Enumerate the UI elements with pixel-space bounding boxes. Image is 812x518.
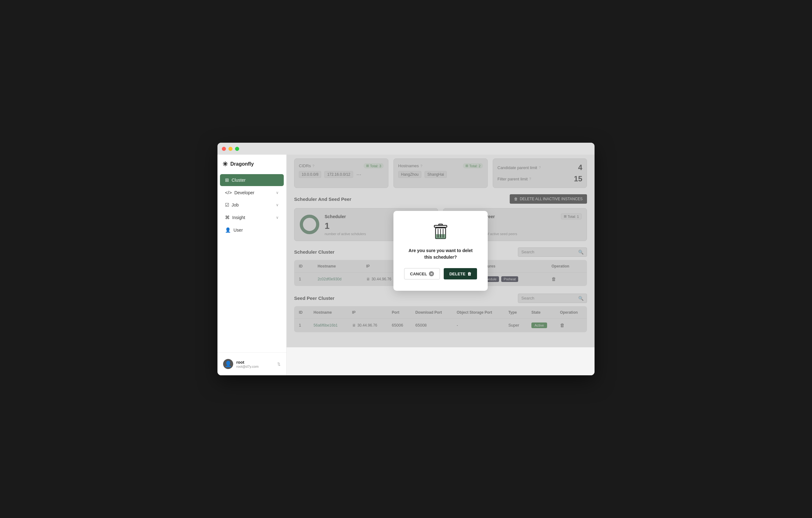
delete-trash-icon: 🗑 — [467, 271, 471, 276]
dialog-message: Are you sure you want to delet this sche… — [406, 248, 475, 261]
sidebar-bottom: 👤 root root@d7y.com ⇅ — [218, 352, 286, 375]
job-icon: ☑ — [225, 202, 229, 208]
sidebar-label-developer: Developer — [234, 190, 255, 195]
dialog-icon — [406, 222, 475, 242]
app-title: Dragonfly — [230, 161, 254, 167]
avatar: 👤 — [223, 359, 233, 369]
user-email: root@d7y.com — [236, 365, 274, 368]
sidebar-item-job[interactable]: ☑ Job ∨ — [220, 199, 284, 211]
cancel-x-icon: ✕ — [429, 271, 434, 276]
insight-icon: ⌘ — [225, 215, 230, 220]
sidebar-label-user: User — [233, 228, 243, 233]
sidebar-nav: ⊞ Cluster </> Developer ∨ ☑ Job — [218, 173, 286, 237]
minimize-button[interactable] — [228, 147, 233, 151]
maximize-button[interactable] — [235, 147, 239, 151]
user-name: root — [236, 360, 274, 365]
app-logo: ✳ Dragonfly — [218, 155, 286, 173]
sidebar-label-job: Job — [232, 202, 239, 207]
dialog-buttons: CANCEL ✕ DELETE 🗑 — [406, 268, 475, 280]
sidebar-item-insight[interactable]: ⌘ Insight ∨ — [220, 211, 284, 224]
sidebar: ✳ Dragonfly ⊞ Cluster </> Developer ∨ — [218, 155, 287, 375]
sidebar-item-user[interactable]: 👤 User — [220, 224, 284, 236]
user-arrows-icon: ⇅ — [277, 362, 281, 367]
modal-overlay: Are you sure you want to delet this sche… — [287, 155, 594, 347]
user-info: root root@d7y.com — [236, 360, 274, 368]
sidebar-item-cluster[interactable]: ⊞ Cluster — [220, 174, 284, 186]
titlebar — [218, 143, 594, 155]
chevron-down-icon: ∨ — [276, 191, 279, 195]
trash-illustration — [431, 222, 451, 242]
logo-icon: ✳ — [223, 160, 228, 168]
close-button[interactable] — [222, 147, 226, 151]
user-nav-icon: 👤 — [225, 227, 231, 233]
sidebar-label-cluster: Cluster — [232, 178, 245, 183]
avatar-icon: 👤 — [225, 361, 232, 368]
chevron-down-icon-job: ∨ — [276, 203, 279, 207]
cancel-button[interactable]: CANCEL ✕ — [404, 268, 440, 280]
cluster-icon: ⊞ — [225, 177, 229, 183]
svg-rect-5 — [439, 224, 442, 225]
delete-dialog: Are you sure you want to delet this sche… — [394, 211, 488, 291]
sidebar-item-developer[interactable]: </> Developer ∨ — [220, 187, 284, 198]
user-profile[interactable]: 👤 root root@d7y.com ⇅ — [220, 356, 284, 372]
sidebar-label-insight: Insight — [232, 215, 245, 220]
developer-icon: </> — [225, 190, 232, 195]
delete-confirm-button[interactable]: DELETE 🗑 — [444, 268, 477, 280]
main-content: CIDRs ? ⊞ Total: 3 10.0.0.0/8 172.16.0.0… — [287, 155, 594, 375]
chevron-down-icon-insight: ∨ — [276, 215, 279, 220]
